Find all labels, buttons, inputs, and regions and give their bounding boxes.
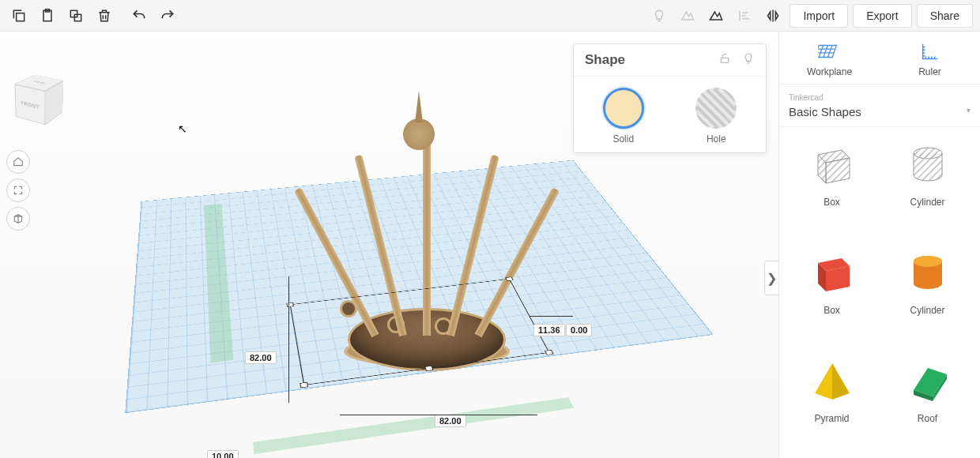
paste-button[interactable]: [33, 2, 62, 30]
shape-label: Roof: [918, 413, 937, 424]
svg-line-7: [819, 46, 823, 58]
undo-button[interactable]: [125, 2, 153, 30]
view-cube[interactable]: TOP FRONT: [16, 75, 63, 122]
ruler-y-value[interactable]: 10.00: [207, 450, 239, 458]
shape-panel-title: Shape: [585, 52, 625, 68]
workplane-label: Workplane: [807, 66, 852, 77]
shape-label: Cylinder: [910, 197, 944, 208]
resize-handle[interactable]: [424, 366, 433, 371]
shapes-sidebar: Workplane Ruler Tinkercad Basic Shapes B…: [778, 32, 980, 458]
category-name: Basic Shapes: [789, 105, 971, 118]
shape-label: Cylinder: [910, 305, 944, 316]
perspective-button[interactable]: [6, 207, 30, 231]
shape-category-dropdown[interactable]: Tinkercad Basic Shapes: [779, 84, 980, 127]
solid-swatch-icon: [603, 88, 644, 129]
shape-solid-option[interactable]: Solid: [603, 88, 644, 145]
dimension-height[interactable]: 11.36: [533, 324, 565, 336]
home-view-button[interactable]: [6, 150, 30, 174]
shape-cylinder-orange[interactable]: Cylinder: [881, 245, 974, 340]
group-solid-button[interactable]: [702, 2, 730, 30]
view-controls: [6, 150, 30, 231]
hole-swatch-icon: [695, 88, 737, 129]
fit-view-button[interactable]: [6, 178, 30, 202]
sidebar-collapse-toggle[interactable]: ❯: [764, 261, 778, 295]
redo-button[interactable]: [153, 2, 182, 30]
shape-label: Box: [824, 197, 840, 208]
svg-marker-15: [826, 158, 850, 183]
category-provider: Tinkercad: [789, 93, 824, 102]
shape-pyramid[interactable]: Pyramid: [786, 353, 878, 449]
dimension-width[interactable]: 82.00: [435, 415, 466, 427]
svg-rect-4: [74, 14, 81, 21]
dimension-depth[interactable]: 82.00: [245, 351, 277, 364]
shape-hole-option[interactable]: Hole: [695, 88, 737, 145]
ruler-tool[interactable]: Ruler: [880, 32, 980, 84]
share-button[interactable]: Share: [917, 4, 973, 28]
resize-handle[interactable]: [505, 277, 513, 281]
shape-roof[interactable]: Roof: [881, 353, 974, 449]
hole-label: Hole: [707, 133, 726, 145]
dimension-z-offset[interactable]: 0.00: [566, 324, 592, 336]
lightbulb-icon[interactable]: [645, 2, 673, 30]
resize-handle[interactable]: [286, 302, 294, 307]
model-crown[interactable]: [403, 118, 435, 150]
export-button[interactable]: Export: [853, 4, 911, 28]
svg-line-8: [823, 46, 827, 58]
ruler-x-axis[interactable]: [253, 397, 574, 454]
viewcube-front-face[interactable]: FRONT: [15, 84, 46, 126]
shape-box-hatched[interactable]: Box: [786, 137, 878, 232]
delete-button[interactable]: [90, 2, 119, 30]
copy-button[interactable]: [5, 2, 33, 30]
svg-rect-0: [17, 13, 24, 21]
ruler-label: Ruler: [918, 66, 941, 77]
duplicate-button[interactable]: [62, 2, 90, 30]
shape-label: Box: [824, 305, 840, 316]
top-toolbar: Import Export Share: [0, 0, 980, 32]
svg-point-22: [914, 256, 942, 267]
svg-marker-24: [815, 363, 832, 400]
svg-marker-23: [832, 363, 850, 400]
import-button[interactable]: Import: [790, 4, 848, 28]
shape-cylinder-hatched[interactable]: Cylinder: [881, 137, 974, 232]
align-button[interactable]: [730, 2, 759, 30]
svg-rect-5: [721, 58, 728, 62]
shape-label: Pyramid: [814, 413, 849, 424]
shape-box-red[interactable]: Box: [786, 245, 878, 340]
group-outline-button[interactable]: [673, 2, 702, 30]
unlock-icon[interactable]: [718, 54, 734, 67]
model-spire[interactable]: [415, 91, 423, 122]
mirror-button[interactable]: [759, 2, 787, 30]
svg-line-9: [827, 46, 831, 58]
shape-inspector-panel: Shape Solid Hole: [573, 43, 767, 153]
svg-rect-3: [70, 10, 77, 17]
solid-label: Solid: [612, 133, 634, 145]
workplane-tool[interactable]: Workplane: [779, 32, 880, 84]
lightbulb-icon[interactable]: [742, 54, 755, 67]
resize-handle[interactable]: [300, 382, 308, 388]
